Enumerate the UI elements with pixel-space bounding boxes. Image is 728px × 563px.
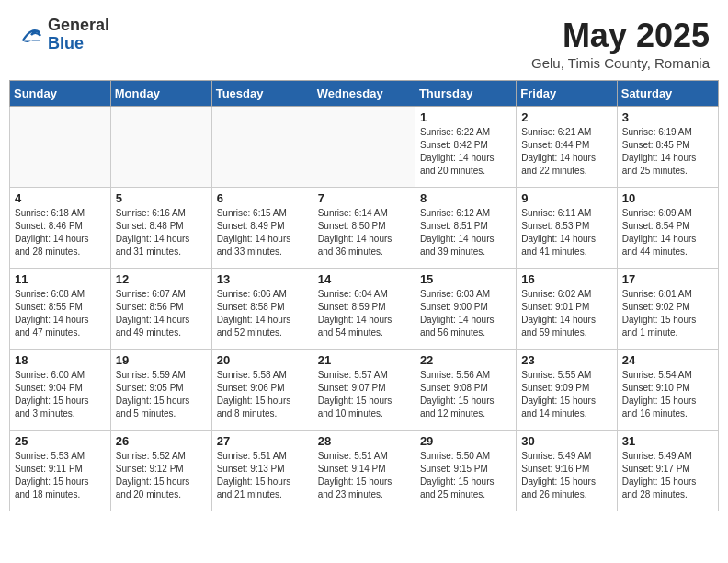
day-info: Sunrise: 5:52 AM Sunset: 9:12 PM Dayligh… bbox=[116, 450, 207, 501]
day-number: 31 bbox=[622, 434, 713, 448]
day-info: Sunrise: 5:56 AM Sunset: 9:08 PM Dayligh… bbox=[420, 369, 511, 420]
calendar-cell: 3Sunrise: 6:19 AM Sunset: 8:45 PM Daylig… bbox=[617, 107, 718, 188]
calendar-cell: 8Sunrise: 6:12 AM Sunset: 8:51 PM Daylig… bbox=[415, 188, 516, 269]
calendar-cell: 4Sunrise: 6:18 AM Sunset: 8:46 PM Daylig… bbox=[10, 188, 111, 269]
weekday-header-saturday: Saturday bbox=[617, 81, 718, 107]
month-title: May 2025 bbox=[531, 17, 710, 55]
day-info: Sunrise: 5:59 AM Sunset: 9:05 PM Dayligh… bbox=[116, 369, 207, 420]
day-info: Sunrise: 6:09 AM Sunset: 8:54 PM Dayligh… bbox=[622, 207, 713, 259]
calendar-cell: 29Sunrise: 5:50 AM Sunset: 9:15 PM Dayli… bbox=[415, 431, 516, 511]
day-number: 29 bbox=[420, 434, 511, 448]
day-number: 13 bbox=[217, 272, 308, 286]
day-info: Sunrise: 5:51 AM Sunset: 9:13 PM Dayligh… bbox=[217, 450, 308, 501]
day-number: 5 bbox=[116, 191, 207, 205]
weekday-header-friday: Friday bbox=[517, 81, 617, 107]
calendar-table: SundayMondayTuesdayWednesdayThursdayFrid… bbox=[9, 80, 719, 511]
day-info: Sunrise: 6:07 AM Sunset: 8:56 PM Dayligh… bbox=[116, 288, 207, 339]
logo-icon bbox=[18, 22, 44, 48]
day-number: 24 bbox=[622, 353, 713, 367]
calendar-cell: 20Sunrise: 5:58 AM Sunset: 9:06 PM Dayli… bbox=[211, 350, 313, 431]
calendar-cell: 30Sunrise: 5:49 AM Sunset: 9:16 PM Dayli… bbox=[517, 431, 617, 511]
calendar-cell: 23Sunrise: 5:55 AM Sunset: 9:09 PM Dayli… bbox=[517, 350, 617, 431]
calendar-cell: 31Sunrise: 5:49 AM Sunset: 9:17 PM Dayli… bbox=[617, 431, 718, 511]
week-row-1: 1Sunrise: 6:22 AM Sunset: 8:42 PM Daylig… bbox=[10, 107, 719, 188]
day-info: Sunrise: 6:00 AM Sunset: 9:04 PM Dayligh… bbox=[15, 369, 106, 420]
logo: General Blue bbox=[18, 17, 109, 53]
day-info: Sunrise: 5:57 AM Sunset: 9:07 PM Dayligh… bbox=[318, 369, 410, 420]
weekday-header-thursday: Thursday bbox=[415, 81, 516, 107]
day-number: 18 bbox=[15, 353, 106, 367]
calendar-cell: 5Sunrise: 6:16 AM Sunset: 8:48 PM Daylig… bbox=[110, 188, 211, 269]
day-number: 10 bbox=[622, 191, 713, 205]
day-info: Sunrise: 6:22 AM Sunset: 8:42 PM Dayligh… bbox=[420, 126, 511, 178]
day-number: 12 bbox=[116, 272, 207, 286]
day-number: 15 bbox=[420, 272, 511, 286]
calendar-cell: 28Sunrise: 5:51 AM Sunset: 9:14 PM Dayli… bbox=[313, 431, 415, 511]
day-number: 7 bbox=[318, 191, 410, 205]
calendar-cell: 7Sunrise: 6:14 AM Sunset: 8:50 PM Daylig… bbox=[313, 188, 415, 269]
day-number: 14 bbox=[318, 272, 410, 286]
calendar-header: SundayMondayTuesdayWednesdayThursdayFrid… bbox=[10, 81, 719, 107]
day-info: Sunrise: 6:21 AM Sunset: 8:44 PM Dayligh… bbox=[521, 126, 611, 178]
day-info: Sunrise: 5:50 AM Sunset: 9:15 PM Dayligh… bbox=[420, 450, 511, 501]
calendar-cell: 19Sunrise: 5:59 AM Sunset: 9:05 PM Dayli… bbox=[110, 350, 211, 431]
calendar-cell: 6Sunrise: 6:15 AM Sunset: 8:49 PM Daylig… bbox=[211, 188, 313, 269]
calendar-cell: 27Sunrise: 5:51 AM Sunset: 9:13 PM Dayli… bbox=[211, 431, 313, 511]
logo-general: General bbox=[48, 17, 109, 35]
day-number: 28 bbox=[318, 434, 410, 448]
calendar-cell: 21Sunrise: 5:57 AM Sunset: 9:07 PM Dayli… bbox=[313, 350, 415, 431]
calendar-cell: 18Sunrise: 6:00 AM Sunset: 9:04 PM Dayli… bbox=[10, 350, 111, 431]
day-number: 9 bbox=[521, 191, 611, 205]
day-number: 6 bbox=[217, 191, 308, 205]
day-number: 22 bbox=[420, 353, 511, 367]
day-info: Sunrise: 5:53 AM Sunset: 9:11 PM Dayligh… bbox=[15, 450, 106, 501]
day-info: Sunrise: 6:02 AM Sunset: 9:01 PM Dayligh… bbox=[521, 288, 611, 339]
weekday-header-wednesday: Wednesday bbox=[313, 81, 415, 107]
calendar-cell: 16Sunrise: 6:02 AM Sunset: 9:01 PM Dayli… bbox=[517, 269, 617, 350]
day-info: Sunrise: 5:58 AM Sunset: 9:06 PM Dayligh… bbox=[217, 369, 308, 420]
day-number: 27 bbox=[217, 434, 308, 448]
week-row-2: 4Sunrise: 6:18 AM Sunset: 8:46 PM Daylig… bbox=[10, 188, 719, 269]
week-row-3: 11Sunrise: 6:08 AM Sunset: 8:55 PM Dayli… bbox=[10, 269, 719, 350]
day-number: 1 bbox=[420, 110, 511, 124]
title-section: May 2025 Gelu, Timis County, Romania bbox=[531, 17, 710, 71]
day-info: Sunrise: 6:14 AM Sunset: 8:50 PM Dayligh… bbox=[318, 207, 410, 259]
logo-blue: Blue bbox=[48, 35, 109, 53]
calendar-cell: 24Sunrise: 5:54 AM Sunset: 9:10 PM Dayli… bbox=[617, 350, 718, 431]
day-number: 23 bbox=[521, 353, 611, 367]
calendar-cell: 25Sunrise: 5:53 AM Sunset: 9:11 PM Dayli… bbox=[10, 431, 111, 511]
weekday-header-monday: Monday bbox=[110, 81, 211, 107]
calendar-cell bbox=[313, 107, 415, 188]
day-info: Sunrise: 6:01 AM Sunset: 9:02 PM Dayligh… bbox=[622, 288, 713, 339]
day-number: 16 bbox=[521, 272, 611, 286]
day-number: 19 bbox=[116, 353, 207, 367]
day-info: Sunrise: 5:49 AM Sunset: 9:17 PM Dayligh… bbox=[622, 450, 713, 501]
day-number: 4 bbox=[15, 191, 106, 205]
calendar-cell bbox=[10, 107, 111, 188]
calendar-cell: 11Sunrise: 6:08 AM Sunset: 8:55 PM Dayli… bbox=[10, 269, 111, 350]
day-number: 11 bbox=[15, 272, 106, 286]
day-info: Sunrise: 5:51 AM Sunset: 9:14 PM Dayligh… bbox=[318, 450, 410, 501]
day-info: Sunrise: 5:49 AM Sunset: 9:16 PM Dayligh… bbox=[521, 450, 611, 501]
calendar-cell: 1Sunrise: 6:22 AM Sunset: 8:42 PM Daylig… bbox=[415, 107, 516, 188]
day-number: 8 bbox=[420, 191, 511, 205]
weekday-header-tuesday: Tuesday bbox=[211, 81, 313, 107]
calendar-cell bbox=[110, 107, 211, 188]
weekday-header-sunday: Sunday bbox=[10, 81, 111, 107]
calendar-cell bbox=[211, 107, 313, 188]
logo-text: General Blue bbox=[48, 17, 109, 53]
calendar-cell: 2Sunrise: 6:21 AM Sunset: 8:44 PM Daylig… bbox=[517, 107, 617, 188]
day-info: Sunrise: 5:55 AM Sunset: 9:09 PM Dayligh… bbox=[521, 369, 611, 420]
day-info: Sunrise: 6:03 AM Sunset: 9:00 PM Dayligh… bbox=[420, 288, 511, 339]
day-number: 3 bbox=[622, 110, 713, 124]
day-info: Sunrise: 6:12 AM Sunset: 8:51 PM Dayligh… bbox=[420, 207, 511, 259]
day-number: 21 bbox=[318, 353, 410, 367]
calendar-cell: 14Sunrise: 6:04 AM Sunset: 8:59 PM Dayli… bbox=[313, 269, 415, 350]
page-header: General Blue May 2025 Gelu, Timis County… bbox=[9, 9, 719, 75]
calendar-cell: 10Sunrise: 6:09 AM Sunset: 8:54 PM Dayli… bbox=[617, 188, 718, 269]
calendar-cell: 17Sunrise: 6:01 AM Sunset: 9:02 PM Dayli… bbox=[617, 269, 718, 350]
calendar-cell: 22Sunrise: 5:56 AM Sunset: 9:08 PM Dayli… bbox=[415, 350, 516, 431]
day-number: 25 bbox=[15, 434, 106, 448]
calendar-cell: 12Sunrise: 6:07 AM Sunset: 8:56 PM Dayli… bbox=[110, 269, 211, 350]
day-info: Sunrise: 6:15 AM Sunset: 8:49 PM Dayligh… bbox=[217, 207, 308, 259]
